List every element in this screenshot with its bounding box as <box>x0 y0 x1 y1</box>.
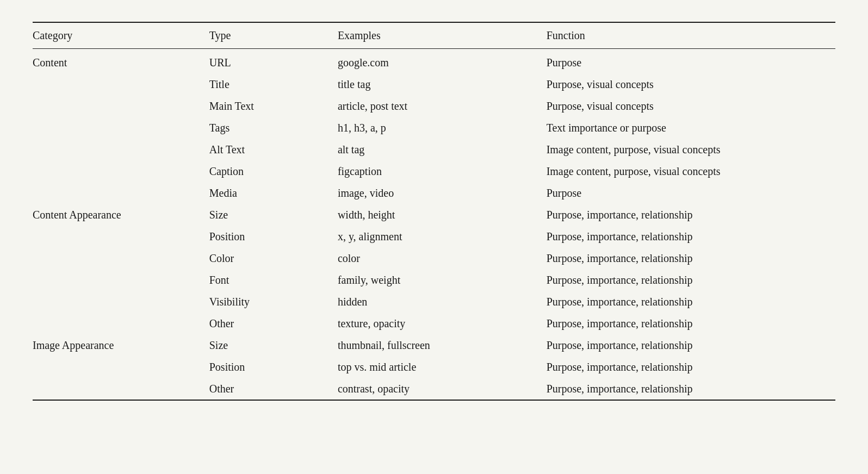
table-row: Positiontop vs. mid articlePurpose, impo… <box>33 356 835 378</box>
header-examples: Examples <box>338 22 547 49</box>
cell-examples: hidden <box>338 291 547 313</box>
cell-category <box>33 378 209 400</box>
cell-examples: x, y, alignment <box>338 226 547 247</box>
cell-function: Purpose, importance, relationship <box>547 204 835 226</box>
cell-type: Font <box>209 269 338 291</box>
cell-examples: title tag <box>338 73 547 95</box>
cell-function: Purpose, importance, relationship <box>547 334 835 356</box>
cell-examples: top vs. mid article <box>338 356 547 378</box>
table-row: Mediaimage, videoPurpose <box>33 182 835 204</box>
cell-category <box>33 117 209 139</box>
data-table: Category Type Examples Function ContentU… <box>33 22 835 401</box>
cell-function: Purpose <box>547 49 835 74</box>
cell-examples: thumbnail, fullscreen <box>338 334 547 356</box>
cell-category <box>33 356 209 378</box>
cell-category <box>33 313 209 334</box>
table-row: Othertexture, opacityPurpose, importance… <box>33 313 835 334</box>
cell-examples: figcaption <box>338 160 547 182</box>
table-row: Content AppearanceSizewidth, heightPurpo… <box>33 204 835 226</box>
table-row: Othercontrast, opacityPurpose, importanc… <box>33 378 835 400</box>
cell-examples: family, weight <box>338 269 547 291</box>
table-row: VisibilityhiddenPurpose, importance, rel… <box>33 291 835 313</box>
cell-examples: h1, h3, a, p <box>338 117 547 139</box>
cell-category <box>33 95 209 117</box>
table-row: Titletitle tagPurpose, visual concepts <box>33 73 835 95</box>
table-row: CaptionfigcaptionImage content, purpose,… <box>33 160 835 182</box>
cell-category: Content Appearance <box>33 204 209 226</box>
cell-category: Image Appearance <box>33 334 209 356</box>
cell-function: Purpose, importance, relationship <box>547 356 835 378</box>
cell-examples: article, post text <box>338 95 547 117</box>
cell-function: Image content, purpose, visual concepts <box>547 139 835 160</box>
table-row: Positionx, y, alignmentPurpose, importan… <box>33 226 835 247</box>
cell-type: Visibility <box>209 291 338 313</box>
table-row: ContentURLgoogle.comPurpose <box>33 49 835 74</box>
table-row: Tagsh1, h3, a, pText importance or purpo… <box>33 117 835 139</box>
cell-examples: google.com <box>338 49 547 74</box>
cell-function: Image content, purpose, visual concepts <box>547 160 835 182</box>
cell-function: Purpose, importance, relationship <box>547 291 835 313</box>
cell-function: Purpose, importance, relationship <box>547 269 835 291</box>
cell-category <box>33 73 209 95</box>
cell-examples: alt tag <box>338 139 547 160</box>
cell-function: Purpose, importance, relationship <box>547 378 835 400</box>
cell-type: Position <box>209 226 338 247</box>
cell-type: Size <box>209 204 338 226</box>
cell-type: Media <box>209 182 338 204</box>
cell-category <box>33 269 209 291</box>
cell-type: Position <box>209 356 338 378</box>
table-row: Main Textarticle, post textPurpose, visu… <box>33 95 835 117</box>
cell-type: URL <box>209 49 338 74</box>
cell-function: Purpose, importance, relationship <box>547 313 835 334</box>
cell-category: Content <box>33 49 209 74</box>
cell-category <box>33 182 209 204</box>
cell-type: Alt Text <box>209 139 338 160</box>
cell-category <box>33 226 209 247</box>
cell-type: Caption <box>209 160 338 182</box>
cell-function: Purpose, visual concepts <box>547 95 835 117</box>
cell-function: Purpose, importance, relationship <box>547 247 835 269</box>
table-header-row: Category Type Examples Function <box>33 22 835 49</box>
table-row: Alt Textalt tagImage content, purpose, v… <box>33 139 835 160</box>
cell-type: Other <box>209 378 338 400</box>
cell-examples: width, height <box>338 204 547 226</box>
cell-examples: image, video <box>338 182 547 204</box>
cell-type: Color <box>209 247 338 269</box>
cell-examples: texture, opacity <box>338 313 547 334</box>
cell-category <box>33 160 209 182</box>
cell-type: Tags <box>209 117 338 139</box>
header-type: Type <box>209 22 338 49</box>
cell-type: Size <box>209 334 338 356</box>
table-container: Category Type Examples Function ContentU… <box>33 22 835 401</box>
cell-category <box>33 247 209 269</box>
cell-category <box>33 291 209 313</box>
cell-examples: color <box>338 247 547 269</box>
cell-function: Purpose, visual concepts <box>547 73 835 95</box>
cell-examples: contrast, opacity <box>338 378 547 400</box>
cell-category <box>33 139 209 160</box>
cell-type: Title <box>209 73 338 95</box>
header-function: Function <box>547 22 835 49</box>
cell-function: Purpose <box>547 182 835 204</box>
cell-type: Other <box>209 313 338 334</box>
cell-type: Main Text <box>209 95 338 117</box>
table-row: Fontfamily, weightPurpose, importance, r… <box>33 269 835 291</box>
cell-function: Purpose, importance, relationship <box>547 226 835 247</box>
header-category: Category <box>33 22 209 49</box>
cell-function: Text importance or purpose <box>547 117 835 139</box>
table-row: ColorcolorPurpose, importance, relations… <box>33 247 835 269</box>
table-row: Image AppearanceSizethumbnail, fullscree… <box>33 334 835 356</box>
